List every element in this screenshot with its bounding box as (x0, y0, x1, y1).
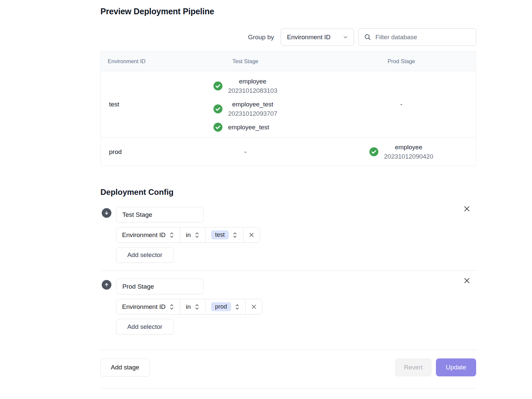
table-row-prod: prod - employee 20231012090420 (101, 137, 476, 166)
filter-database-search[interactable] (358, 28, 476, 46)
database-name: employee (228, 77, 277, 86)
database-version: 20231012093707 (228, 109, 277, 118)
stage-name-input[interactable] (116, 207, 204, 222)
prod-stage-cell: employee 20231012090420 (327, 143, 476, 161)
filter-database-input[interactable] (375, 34, 470, 41)
empty-placeholder: - (244, 148, 246, 155)
update-button[interactable]: Update (436, 358, 476, 376)
column-header-environment-id: Environment ID (101, 58, 164, 65)
up-down-chevrons-icon (169, 303, 174, 311)
table-row-test: test employee 20231012083103 employee_te… (101, 71, 476, 137)
page: Preview Deployment Pipeline Group by Env… (0, 0, 532, 399)
database-list: employee 20231012090420 (369, 143, 433, 161)
test-stage-cell: employee 20231012083103 employee_test 20… (164, 77, 327, 132)
up-down-chevrons-icon (232, 231, 237, 239)
close-icon (248, 232, 255, 238)
close-icon (251, 304, 257, 310)
selector-operator-value: in (186, 231, 191, 239)
divider (100, 388, 476, 389)
database-version: 20231012083103 (228, 86, 277, 95)
toolbar: Group by Environment ID (248, 28, 476, 46)
status-success-icon (369, 147, 378, 156)
database-name: employee_test (228, 123, 269, 132)
database-version: 20231012090420 (384, 152, 433, 161)
group-by-label: Group by (248, 34, 274, 41)
remove-stage-button[interactable] (463, 205, 471, 213)
database-entry: employee 20231012090420 (369, 143, 433, 161)
close-icon (463, 205, 471, 213)
pipeline-table-header: Environment ID Test Stage Prod Stage (101, 52, 476, 71)
selector-operator-value: in (186, 303, 191, 311)
selector-rule: Environment ID in test (116, 227, 260, 243)
page-title: Preview Deployment Pipeline (100, 7, 214, 16)
status-success-icon (213, 104, 222, 113)
add-stage-button[interactable]: Add stage (100, 358, 150, 376)
database-list: employee 20231012083103 employee_test 20… (213, 77, 277, 132)
column-header-prod-stage: Prod Stage (327, 58, 476, 65)
database-entry: employee 20231012083103 (213, 77, 277, 95)
remove-selector-button[interactable] (245, 299, 262, 314)
test-stage-cell: - (164, 148, 327, 156)
divider (100, 270, 476, 271)
database-name: employee (384, 143, 433, 152)
column-header-test-stage: Test Stage (164, 58, 327, 65)
selector-field-select[interactable]: Environment ID (116, 299, 180, 314)
selector-operator-select[interactable]: in (180, 227, 205, 242)
selector-value-tag: prod (211, 302, 231, 311)
empty-placeholder: - (400, 101, 402, 108)
stage-name-input[interactable] (116, 279, 204, 294)
remove-stage-button[interactable] (463, 277, 471, 285)
database-name: employee_test (228, 100, 277, 109)
group-by-selected-value: Environment ID (287, 34, 331, 41)
selector-value-select[interactable]: test (205, 227, 243, 242)
selector-operator-select[interactable]: in (180, 299, 205, 314)
pipeline-table: Environment ID Test Stage Prod Stage tes… (100, 51, 476, 166)
arrow-up-circle-icon (102, 280, 111, 290)
group-by-select[interactable]: Environment ID (281, 29, 354, 46)
status-success-icon (213, 81, 222, 90)
environment-id-cell: test (101, 101, 164, 108)
database-entry: employee_test (213, 123, 269, 132)
selector-rule: Environment ID in prod (116, 299, 262, 315)
selector-field-select[interactable]: Environment ID (116, 227, 180, 242)
prod-stage-cell: - (327, 101, 476, 108)
environment-id-cell: prod (101, 148, 164, 156)
add-selector-button[interactable]: Add selector (116, 319, 174, 334)
up-down-chevrons-icon (195, 231, 200, 239)
selector-value-select[interactable]: prod (205, 299, 245, 314)
up-down-chevrons-icon (169, 231, 174, 239)
database-entry: employee_test 20231012093707 (213, 100, 277, 118)
selector-field-value: Environment ID (122, 231, 166, 239)
status-success-icon (213, 123, 222, 132)
search-icon (364, 34, 371, 41)
selector-field-value: Environment ID (122, 303, 166, 311)
deployment-config-title: Deployment Config (100, 188, 174, 197)
divider (100, 350, 476, 350)
add-selector-button[interactable]: Add selector (116, 247, 174, 263)
remove-selector-button[interactable] (243, 227, 260, 242)
up-down-chevrons-icon (235, 303, 240, 311)
selector-value-tag: test (211, 230, 229, 239)
close-icon (463, 277, 471, 285)
revert-button[interactable]: Revert (395, 358, 432, 376)
chevron-down-icon (342, 34, 348, 40)
arrow-down-circle-icon (102, 208, 111, 218)
up-down-chevrons-icon (195, 303, 200, 311)
content-area: Preview Deployment Pipeline Group by Env… (100, 0, 476, 399)
